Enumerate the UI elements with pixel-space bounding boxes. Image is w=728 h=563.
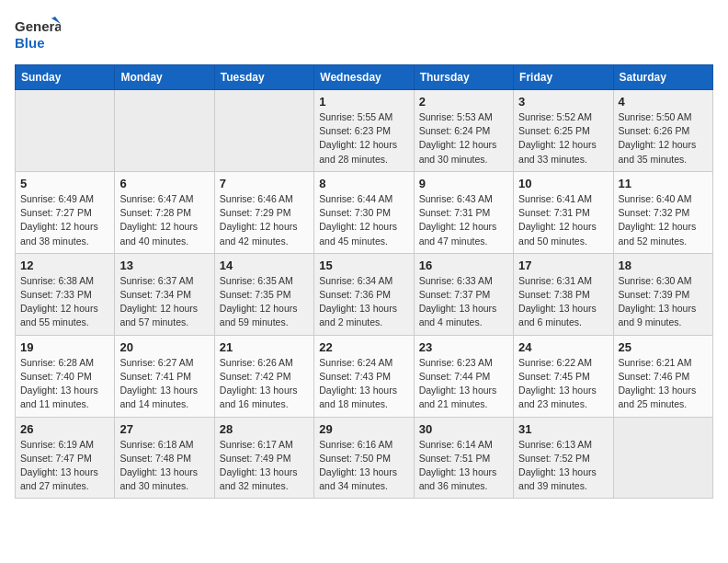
- day-info: Sunrise: 6:23 AM Sunset: 7:44 PM Dayligh…: [419, 356, 508, 412]
- day-info: Sunrise: 6:38 AM Sunset: 7:33 PM Dayligh…: [20, 274, 109, 330]
- week-row-1: 1Sunrise: 5:55 AM Sunset: 6:23 PM Daylig…: [16, 90, 713, 172]
- day-number: 9: [419, 177, 508, 190]
- day-info: Sunrise: 6:33 AM Sunset: 7:37 PM Dayligh…: [419, 274, 508, 330]
- day-cell: 25Sunrise: 6:21 AM Sunset: 7:46 PM Dayli…: [613, 335, 712, 417]
- day-number: 29: [319, 422, 408, 436]
- day-cell: 19Sunrise: 6:28 AM Sunset: 7:40 PM Dayli…: [16, 335, 115, 417]
- day-info: Sunrise: 6:13 AM Sunset: 7:52 PM Dayligh…: [518, 438, 608, 494]
- day-number: 28: [220, 422, 309, 436]
- day-info: Sunrise: 6:19 AM Sunset: 7:47 PM Dayligh…: [20, 438, 109, 494]
- week-row-5: 26Sunrise: 6:19 AM Sunset: 7:47 PM Dayli…: [16, 417, 713, 499]
- day-cell: 11Sunrise: 6:40 AM Sunset: 7:32 PM Dayli…: [613, 171, 712, 253]
- day-number: 19: [20, 340, 109, 354]
- day-cell: 27Sunrise: 6:18 AM Sunset: 7:48 PM Dayli…: [115, 417, 214, 499]
- header-row: SundayMondayTuesdayWednesdayThursdayFrid…: [16, 65, 713, 90]
- day-info: Sunrise: 6:47 AM Sunset: 7:28 PM Dayligh…: [119, 192, 209, 248]
- day-number: 7: [220, 177, 309, 190]
- day-info: Sunrise: 6:41 AM Sunset: 7:31 PM Dayligh…: [518, 192, 608, 248]
- day-info: Sunrise: 6:31 AM Sunset: 7:38 PM Dayligh…: [518, 274, 608, 330]
- day-cell: 1Sunrise: 5:55 AM Sunset: 6:23 PM Daylig…: [314, 90, 414, 172]
- day-number: 15: [319, 259, 408, 272]
- day-cell: 26Sunrise: 6:19 AM Sunset: 7:47 PM Dayli…: [16, 417, 115, 499]
- day-number: 14: [220, 259, 309, 272]
- day-number: 5: [20, 177, 109, 190]
- day-info: Sunrise: 6:14 AM Sunset: 7:51 PM Dayligh…: [419, 438, 508, 494]
- day-number: 10: [518, 177, 608, 190]
- day-number: 24: [518, 340, 608, 354]
- day-cell: 30Sunrise: 6:14 AM Sunset: 7:51 PM Dayli…: [414, 417, 513, 499]
- day-cell: 12Sunrise: 6:38 AM Sunset: 7:33 PM Dayli…: [16, 253, 115, 335]
- day-cell: [115, 90, 214, 172]
- day-cell: 8Sunrise: 6:44 AM Sunset: 7:30 PM Daylig…: [314, 171, 414, 253]
- day-info: Sunrise: 6:35 AM Sunset: 7:35 PM Dayligh…: [220, 274, 309, 330]
- day-cell: 10Sunrise: 6:41 AM Sunset: 7:31 PM Dayli…: [514, 171, 613, 253]
- day-cell: 9Sunrise: 6:43 AM Sunset: 7:31 PM Daylig…: [414, 171, 513, 253]
- day-number: 17: [518, 259, 608, 272]
- svg-text:General: General: [15, 18, 61, 34]
- day-info: Sunrise: 6:46 AM Sunset: 7:29 PM Dayligh…: [220, 192, 309, 248]
- day-info: Sunrise: 6:34 AM Sunset: 7:36 PM Dayligh…: [319, 274, 408, 330]
- logo: GeneralBlue: [15, 15, 61, 53]
- day-info: Sunrise: 6:21 AM Sunset: 7:46 PM Dayligh…: [619, 356, 708, 412]
- col-header-sunday: Sunday: [16, 65, 115, 90]
- day-number: 30: [419, 422, 508, 436]
- page-header: GeneralBlue: [15, 15, 713, 53]
- day-number: 12: [20, 259, 109, 272]
- day-number: 6: [119, 177, 209, 190]
- day-cell: 2Sunrise: 5:53 AM Sunset: 6:24 PM Daylig…: [414, 90, 513, 172]
- col-header-monday: Monday: [115, 65, 214, 90]
- day-info: Sunrise: 6:28 AM Sunset: 7:40 PM Dayligh…: [20, 356, 109, 412]
- day-cell: [613, 417, 712, 499]
- day-info: Sunrise: 6:43 AM Sunset: 7:31 PM Dayligh…: [419, 192, 508, 248]
- day-number: 2: [419, 95, 508, 109]
- day-info: Sunrise: 6:26 AM Sunset: 7:42 PM Dayligh…: [220, 356, 309, 412]
- day-number: 16: [419, 259, 508, 272]
- day-info: Sunrise: 6:30 AM Sunset: 7:39 PM Dayligh…: [619, 274, 708, 330]
- day-number: 1: [319, 95, 408, 109]
- day-info: Sunrise: 6:27 AM Sunset: 7:41 PM Dayligh…: [119, 356, 209, 412]
- day-cell: 24Sunrise: 6:22 AM Sunset: 7:45 PM Dayli…: [514, 335, 613, 417]
- day-info: Sunrise: 5:55 AM Sunset: 6:23 PM Dayligh…: [319, 110, 408, 167]
- day-cell: 23Sunrise: 6:23 AM Sunset: 7:44 PM Dayli…: [414, 335, 513, 417]
- col-header-wednesday: Wednesday: [314, 65, 414, 90]
- calendar-table: SundayMondayTuesdayWednesdayThursdayFrid…: [15, 64, 713, 499]
- day-number: 3: [518, 95, 608, 109]
- day-number: 27: [119, 422, 209, 436]
- day-number: 18: [619, 259, 708, 272]
- day-cell: 29Sunrise: 6:16 AM Sunset: 7:50 PM Dayli…: [314, 417, 414, 499]
- day-info: Sunrise: 6:40 AM Sunset: 7:32 PM Dayligh…: [619, 192, 708, 248]
- svg-text:Blue: Blue: [15, 35, 45, 51]
- day-cell: 20Sunrise: 6:27 AM Sunset: 7:41 PM Dayli…: [115, 335, 214, 417]
- week-row-3: 12Sunrise: 6:38 AM Sunset: 7:33 PM Dayli…: [16, 253, 713, 335]
- day-cell: 13Sunrise: 6:37 AM Sunset: 7:34 PM Dayli…: [115, 253, 214, 335]
- day-info: Sunrise: 6:22 AM Sunset: 7:45 PM Dayligh…: [518, 356, 608, 412]
- day-cell: 7Sunrise: 6:46 AM Sunset: 7:29 PM Daylig…: [214, 171, 313, 253]
- day-info: Sunrise: 5:52 AM Sunset: 6:25 PM Dayligh…: [518, 110, 608, 167]
- day-info: Sunrise: 6:44 AM Sunset: 7:30 PM Dayligh…: [319, 192, 408, 248]
- day-cell: 15Sunrise: 6:34 AM Sunset: 7:36 PM Dayli…: [314, 253, 414, 335]
- day-info: Sunrise: 6:49 AM Sunset: 7:27 PM Dayligh…: [20, 192, 109, 248]
- day-cell: 21Sunrise: 6:26 AM Sunset: 7:42 PM Dayli…: [214, 335, 313, 417]
- col-header-tuesday: Tuesday: [214, 65, 313, 90]
- day-cell: 22Sunrise: 6:24 AM Sunset: 7:43 PM Dayli…: [314, 335, 414, 417]
- day-number: 13: [119, 259, 209, 272]
- day-cell: [214, 90, 313, 172]
- day-info: Sunrise: 6:24 AM Sunset: 7:43 PM Dayligh…: [319, 356, 408, 412]
- day-cell: 18Sunrise: 6:30 AM Sunset: 7:39 PM Dayli…: [613, 253, 712, 335]
- day-info: Sunrise: 6:18 AM Sunset: 7:48 PM Dayligh…: [119, 438, 209, 494]
- day-info: Sunrise: 6:37 AM Sunset: 7:34 PM Dayligh…: [119, 274, 209, 330]
- day-number: 23: [419, 340, 508, 354]
- day-number: 8: [319, 177, 408, 190]
- logo-svg: GeneralBlue: [15, 15, 61, 53]
- day-cell: 16Sunrise: 6:33 AM Sunset: 7:37 PM Dayli…: [414, 253, 513, 335]
- day-number: 22: [319, 340, 408, 354]
- day-cell: 6Sunrise: 6:47 AM Sunset: 7:28 PM Daylig…: [115, 171, 214, 253]
- day-number: 26: [20, 422, 109, 436]
- day-cell: 3Sunrise: 5:52 AM Sunset: 6:25 PM Daylig…: [514, 90, 613, 172]
- day-number: 20: [119, 340, 209, 354]
- day-cell: 28Sunrise: 6:17 AM Sunset: 7:49 PM Dayli…: [214, 417, 313, 499]
- col-header-saturday: Saturday: [613, 65, 712, 90]
- day-number: 31: [518, 422, 608, 436]
- week-row-4: 19Sunrise: 6:28 AM Sunset: 7:40 PM Dayli…: [16, 335, 713, 417]
- day-number: 21: [220, 340, 309, 354]
